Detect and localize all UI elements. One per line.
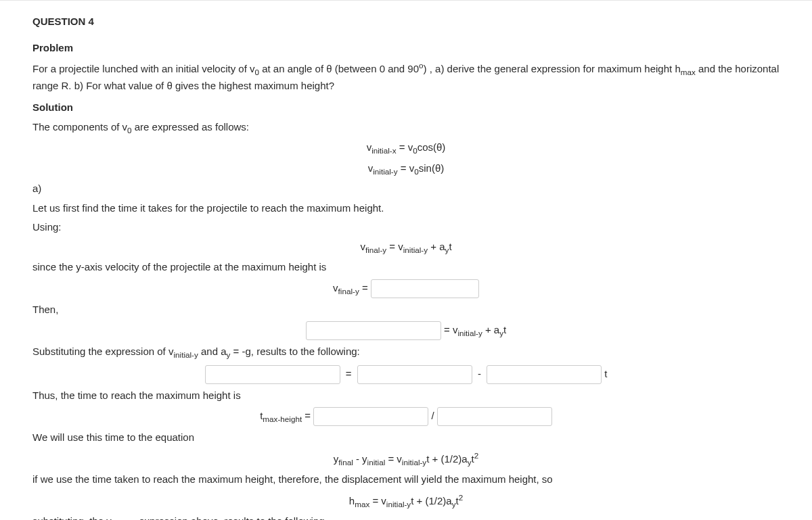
line-thus: Thus, the time to reach the maximum heig…	[32, 388, 780, 404]
minus-sign: -	[353, 453, 362, 465]
problem-heading: Problem	[32, 41, 780, 56]
line-substituting-1: Substituting the expression of vinitial-…	[32, 344, 780, 361]
subscript-max: max	[355, 500, 369, 509]
equals-sign: =	[369, 495, 381, 506]
var-t: t	[604, 368, 607, 379]
text-part: t + (1/2)a	[426, 453, 467, 465]
superscript-2: 2	[459, 493, 464, 502]
eq-hmax-full: hmax = vinitial-yt + (1/2)ayt2	[32, 492, 780, 511]
subscript-final-y: final-y	[338, 287, 359, 296]
input-subst-lhs[interactable]	[205, 365, 340, 384]
subscript-0: 0	[255, 68, 260, 76]
text-part: sin(θ)	[419, 162, 445, 174]
subscript-y: y	[452, 500, 456, 509]
subscript-y: y	[445, 245, 449, 254]
problem-text: For a projectile lunched with an initial…	[32, 60, 780, 93]
var-y: y	[362, 453, 367, 465]
input-tmax-numerator[interactable]	[313, 407, 428, 426]
equals-sign: =	[359, 282, 371, 293]
equals-sign: =	[386, 241, 398, 252]
eq-vinitial-y: vinitial-y = v0sin(θ)	[32, 161, 780, 178]
text-part: cos(θ)	[418, 141, 446, 153]
line-if-we-use: if we use the time taken to reach the ma…	[32, 472, 780, 488]
eq-vfinal-y: vfinal-y = vinitial-y + ayt	[32, 239, 780, 256]
eq-substituted: = - t	[32, 365, 780, 384]
subscript-initial-y: initial-y	[173, 350, 198, 359]
subscript-y: y	[499, 329, 503, 337]
solution-intro: The components of v0 are expressed as fo…	[32, 120, 780, 137]
subscript-0: 0	[127, 126, 132, 135]
text-part: = v	[397, 141, 413, 153]
part-a-label: a)	[32, 181, 780, 197]
input-tmax-denominator[interactable]	[437, 407, 552, 426]
line-substituting-2: substituting, the vinitial-y expression …	[32, 514, 780, 520]
var-h: h	[349, 495, 355, 506]
subscript-y: y	[468, 458, 472, 467]
subscript-initial-y: initial-y	[457, 329, 482, 337]
eq-tmax-height: tmax-height = /	[32, 407, 780, 426]
text-part: = -g, results to the following:	[230, 346, 359, 357]
subscript-final: final	[338, 458, 353, 467]
subscript-initial-y: initial-y	[373, 167, 397, 176]
subscript-0: 0	[414, 167, 419, 176]
text-part: are expressed as follows:	[132, 121, 249, 133]
var-v: v	[398, 241, 403, 252]
equals-sign: =	[385, 453, 397, 465]
eq-yfinal-yinitial: yfinal - yinitial = vinitial-yt + (1/2)a…	[32, 450, 780, 469]
subscript-max-height: max-height	[263, 415, 302, 423]
subscript-initial-x: initial-x	[371, 146, 396, 155]
input-lhs-zero[interactable]	[306, 321, 441, 340]
text-part: expression above, results to the followi…	[136, 515, 325, 520]
question-content: QUESTION 4 Problem For a projectile lunc…	[0, 1, 812, 520]
input-subst-rhs1[interactable]	[357, 365, 472, 384]
minus-sign: -	[478, 368, 484, 379]
superscript-o: o	[419, 61, 424, 70]
text-part: and a	[198, 346, 227, 357]
subscript-initial: initial	[367, 458, 386, 467]
var-v: v	[360, 241, 365, 252]
line-since: since the y-axis velocity of the project…	[32, 260, 780, 275]
var-t: t	[449, 241, 451, 252]
var-v: v	[333, 282, 338, 293]
text-part: + a	[428, 241, 445, 252]
subscript-y: y	[227, 350, 231, 359]
line-using: Using:	[32, 220, 780, 235]
problem-text-part: For a projectile lunched with an initial…	[32, 63, 255, 74]
text-part: The components of v	[32, 121, 127, 133]
var-v: v	[397, 453, 402, 465]
input-vfinal-y-value[interactable]	[371, 279, 479, 298]
subscript-final-y: final-y	[365, 245, 386, 254]
superscript-2: 2	[474, 451, 479, 460]
subscript-max: max	[681, 68, 696, 76]
var-t: t	[503, 324, 506, 335]
question-label: QUESTION 4	[32, 14, 780, 30]
text-part: = v	[444, 324, 457, 335]
eq-blank-equals-vinitial: = vinitial-y + ayt	[32, 321, 780, 340]
slash-sign: /	[431, 410, 436, 421]
line-then: Then,	[32, 302, 780, 318]
var-v: v	[381, 495, 386, 506]
eq-vinitial-x: vinitial-x = v0cos(θ)	[32, 140, 780, 157]
equals-sign: =	[346, 368, 355, 379]
eq-vfinal-blank: vfinal-y =	[32, 279, 780, 298]
text-part: = v	[398, 162, 415, 174]
text-part: substituting, the v	[32, 515, 112, 520]
subscript-initial-y: initial-y	[403, 245, 428, 254]
problem-text-part: ) , a) derive the general expression for…	[424, 63, 681, 74]
subscript-initial-y: initial-y	[386, 500, 411, 509]
text-part: Substituting the expression of v	[32, 346, 173, 357]
subscript-0: 0	[413, 146, 418, 155]
text-part: + a	[482, 324, 499, 335]
subscript-initial-y: initial-y	[402, 458, 426, 467]
solution-heading: Solution	[32, 100, 780, 116]
problem-text-part: at an angle of θ (between 0 and 90	[259, 63, 419, 74]
input-subst-rhs2[interactable]	[487, 365, 602, 384]
equals-sign: =	[302, 410, 313, 421]
line-find-time: Let us first find the time it takes for …	[32, 201, 780, 216]
text-part: t + (1/2)a	[411, 495, 451, 506]
line-use-time: We will use this time to the equation	[32, 430, 780, 446]
